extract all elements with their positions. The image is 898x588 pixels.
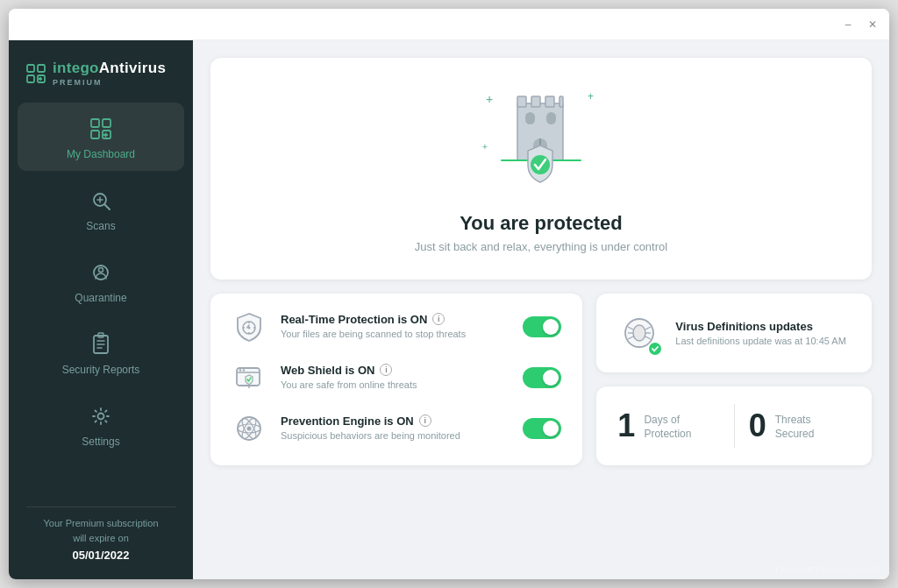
realtime-info-icon[interactable]: i (432, 313, 445, 325)
virus-defs-title: Virus Definitions updates (675, 320, 845, 333)
app-window: – ✕ inte (9, 9, 889, 579)
svg-rect-2 (27, 75, 34, 82)
logo-antivirus: Antivirus (99, 60, 166, 76)
realtime-feature-desc: Your files are being scanned to stop thr… (281, 328, 509, 341)
realtime-feature-title: Real-Time Protection is ON i (281, 313, 509, 326)
sidebar-item-reports[interactable]: Security Reports (18, 318, 184, 386)
minimize-button[interactable]: – (842, 18, 854, 31)
logo-intego: intego (53, 60, 99, 76)
sidebar-item-scans[interactable]: Scans (18, 174, 184, 243)
svg-rect-28 (517, 96, 526, 107)
scans-icon (87, 187, 115, 215)
hero-subtitle: Just sit back and relax, everything is u… (415, 240, 667, 253)
feature-row-prevention: Prevention Engine is ON i Suspicious beh… (232, 411, 561, 446)
sidebar-item-label-dashboard: My Dashboard (67, 148, 135, 160)
subscription-text: Your Premium subscription will expire on (26, 516, 175, 547)
stat-days-label: Days ofProtection (644, 414, 691, 441)
svg-rect-31 (559, 96, 563, 107)
svg-rect-1 (38, 65, 45, 72)
quarantine-icon (87, 259, 115, 287)
logo-text: integoAntivirus PREMIUM (53, 60, 166, 87)
svg-line-13 (105, 205, 110, 210)
svg-rect-32 (525, 112, 535, 124)
sidebar-item-label-quarantine: Quarantine (75, 292, 126, 304)
stats-card: 1 Days ofProtection 0 ThreatsSecured (596, 386, 872, 465)
virus-check-badge (647, 341, 663, 357)
svg-point-57 (633, 325, 645, 341)
features-card: Real-Time Protection is ON i Your files … (210, 294, 582, 465)
feature-row-realtime: Real-Time Protection is ON i Your files … (232, 309, 561, 344)
sidebar-divider (26, 507, 175, 507)
virus-definitions-card: Virus Definitions updates Last definitio… (596, 294, 872, 372)
svg-point-55 (247, 427, 252, 431)
svg-point-23 (98, 414, 104, 420)
virus-defs-text: Virus Definitions updates Last definitio… (675, 320, 845, 346)
sidebar: integoAntivirus PREMIUM (9, 40, 193, 579)
prevention-toggle[interactable] (523, 418, 561, 439)
dashboard-icon (87, 115, 115, 143)
svg-point-47 (239, 369, 241, 371)
prevention-info-icon[interactable]: i (419, 414, 431, 427)
right-cards: Virus Definitions updates Last definitio… (596, 294, 872, 465)
svg-point-44 (248, 327, 251, 329)
prevention-feature-text: Prevention Engine is ON i Suspicious beh… (281, 414, 509, 443)
svg-rect-6 (91, 119, 99, 127)
virus-defs-icon-wrap (617, 311, 661, 355)
sidebar-footer: Your Premium subscription will expire on… (9, 516, 193, 562)
svg-rect-8 (91, 131, 99, 138)
svg-rect-30 (545, 96, 554, 107)
webshield-info-icon[interactable]: i (380, 364, 392, 376)
hero-card: + + + (210, 58, 872, 280)
feature-row-webshield: Web Shield is ON i You are safe from onl… (232, 360, 561, 395)
reports-icon (87, 330, 115, 358)
prevention-feature-title: Prevention Engine is ON i (281, 414, 509, 428)
svg-rect-0 (27, 65, 34, 72)
svg-text:+: + (482, 142, 488, 152)
realtime-toggle[interactable] (523, 316, 561, 337)
window-controls: – ✕ (842, 18, 879, 31)
webshield-icon (232, 360, 267, 395)
svg-rect-33 (546, 112, 556, 124)
subscription-date: 05/01/2022 (26, 549, 175, 562)
hero-illustration: + + + (475, 84, 607, 198)
stat-divider (734, 404, 735, 448)
logo-icon (26, 64, 46, 83)
sidebar-item-label-scans: Scans (86, 220, 115, 232)
stat-days-number: 1 (617, 410, 635, 442)
svg-text:+: + (486, 92, 493, 106)
prevention-feature-desc: Suspicious behaviors are being monitored (281, 429, 509, 443)
hero-title: You are protected (460, 212, 622, 235)
realtime-feature-text: Real-Time Protection is ON i Your files … (281, 313, 509, 341)
stat-item-days: 1 Days ofProtection (617, 410, 719, 442)
webshield-feature-desc: You are safe from online threats (281, 379, 509, 392)
title-bar: – ✕ (9, 9, 889, 40)
webshield-feature-title: Web Shield is ON i (281, 364, 509, 377)
sidebar-logo: integoAntivirus PREMIUM (9, 40, 193, 103)
sidebar-item-settings[interactable]: Settings (18, 390, 184, 458)
webshield-feature-text: Web Shield is ON i You are safe from onl… (281, 364, 509, 392)
svg-point-48 (243, 369, 245, 371)
prevention-icon (232, 411, 267, 446)
sidebar-item-label-reports: Security Reports (62, 364, 140, 376)
svg-text:+: + (588, 90, 594, 103)
svg-rect-29 (531, 96, 540, 107)
sidebar-item-label-settings: Settings (82, 436, 119, 448)
sidebar-nav: My Dashboard Scans (9, 103, 193, 498)
sidebar-item-dashboard[interactable]: My Dashboard (18, 103, 184, 171)
watermark: © THESOFTWARE.SHOP (764, 565, 880, 574)
stat-item-threats: 0 ThreatsSecured (749, 410, 851, 442)
sidebar-item-quarantine[interactable]: Quarantine (18, 246, 184, 315)
realtime-protection-icon (232, 309, 267, 344)
svg-rect-7 (103, 119, 110, 127)
virus-defs-desc: Last definitions update was at 10:45 AM (675, 336, 845, 346)
app-body: integoAntivirus PREMIUM (9, 40, 889, 579)
svg-point-17 (99, 268, 103, 273)
stat-threats-number: 0 (749, 410, 766, 442)
bottom-row: Real-Time Protection is ON i Your files … (210, 294, 872, 465)
logo-main: integoAntivirus (53, 60, 166, 77)
webshield-toggle[interactable] (523, 367, 561, 388)
settings-icon (87, 402, 115, 430)
main-content: + + + (193, 40, 889, 579)
close-button[interactable]: ✕ (866, 18, 879, 31)
stat-threats-label: ThreatsSecured (775, 414, 815, 441)
